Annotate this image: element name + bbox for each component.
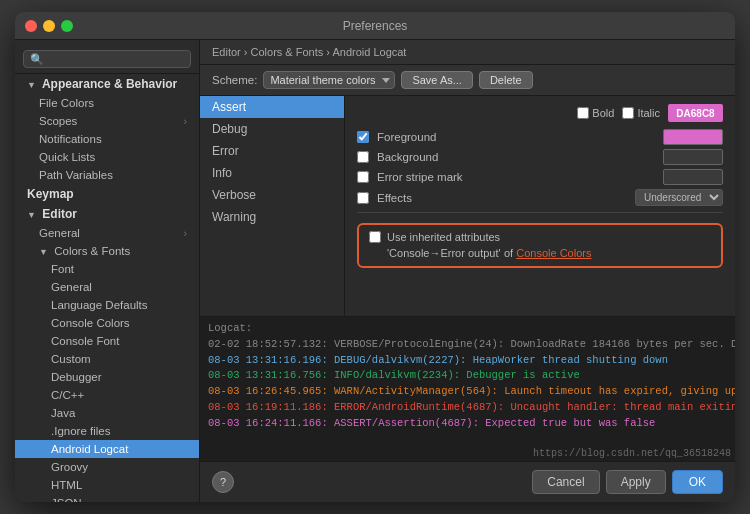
log-type-info[interactable]: Info	[200, 162, 344, 184]
bottom-bar: ? Cancel Apply OK	[200, 461, 735, 502]
foreground-label: Foreground	[377, 131, 655, 143]
sidebar-item-quick-lists[interactable]: Quick Lists	[15, 148, 199, 166]
inherited-attributes-box: Use inherited attributes 'Console→Error …	[357, 223, 723, 268]
color-hex: DA68C8	[676, 108, 714, 119]
color-value-display[interactable]: DA68C8	[668, 104, 723, 122]
collapse-icon-editor: ▼	[27, 210, 39, 220]
sidebar-item-console-colors[interactable]: Console Colors	[15, 314, 199, 332]
preview-line-error: 08-03 16:19:11.186: ERROR/AndroidRuntime…	[208, 400, 727, 416]
title-bar: Preferences	[15, 12, 735, 40]
italic-checkbox[interactable]	[622, 107, 634, 119]
sidebar-item-console-font[interactable]: Console Font	[15, 332, 199, 350]
close-button[interactable]	[25, 20, 37, 32]
of-label: of	[504, 247, 516, 259]
scheme-select[interactable]: Material theme colors	[263, 71, 395, 89]
sidebar-item-path-variables[interactable]: Path Variables	[15, 166, 199, 184]
breadcrumb: Editor › Colors & Fonts › Android Logcat	[200, 40, 735, 65]
sidebar-item-language-defaults[interactable]: Language Defaults	[15, 296, 199, 314]
error-stripe-row: Error stripe mark	[357, 169, 723, 185]
sidebar-item-colors-fonts[interactable]: ▼ Colors & Fonts	[15, 242, 199, 260]
background-label: Background	[377, 151, 655, 163]
maximize-button[interactable]	[61, 20, 73, 32]
sidebar-item-java[interactable]: Java	[15, 404, 199, 422]
background-color-box[interactable]	[663, 149, 723, 165]
bold-checkbox[interactable]	[577, 107, 589, 119]
error-stripe-color-box[interactable]	[663, 169, 723, 185]
scheme-label: Scheme:	[212, 74, 257, 86]
sidebar-item-cpp[interactable]: C/C++	[15, 386, 199, 404]
search-input[interactable]	[23, 50, 191, 68]
italic-checkbox-label: Italic	[622, 104, 660, 122]
save-as-button[interactable]: Save As...	[401, 71, 473, 89]
sidebar-item-notifications[interactable]: Notifications	[15, 130, 199, 148]
error-stripe-checkbox[interactable]	[357, 171, 369, 183]
bold-checkbox-label: Bold	[577, 104, 614, 122]
watermark: https://blog.csdn.net/qq_36518248	[533, 448, 731, 459]
use-inherited-row: Use inherited attributes	[369, 231, 711, 243]
divider	[357, 212, 723, 213]
preview-label: Logcat:	[208, 321, 727, 337]
content-area: Editor › Colors & Fonts › Android Logcat…	[200, 40, 735, 502]
delete-button[interactable]: Delete	[479, 71, 533, 89]
log-types-panel: Assert Debug Error Info Verbose Warning	[200, 96, 345, 316]
minimize-button[interactable]	[43, 20, 55, 32]
bold-label: Bold	[592, 107, 614, 119]
effects-checkbox[interactable]	[357, 192, 369, 204]
editor-panel: Assert Debug Error Info Verbose Warning …	[200, 96, 735, 316]
preview-line-warn: 08-03 16:26:45.965: WARN/ActivityManager…	[208, 384, 727, 400]
italic-label: Italic	[637, 107, 660, 119]
preferences-window: Preferences ▼ Appearance & Behavior File…	[15, 12, 735, 502]
attributes-panel: Bold Italic DA68C8 Foreground	[345, 96, 735, 316]
scheme-bar: Scheme: Material theme colors Save As...…	[200, 65, 735, 96]
sidebar-item-font[interactable]: Font	[15, 260, 199, 278]
sidebar-item-html[interactable]: HTML	[15, 476, 199, 494]
error-stripe-label: Error stripe mark	[377, 171, 655, 183]
window-title: Preferences	[343, 19, 408, 33]
search-bar	[15, 45, 199, 74]
sidebar-item-keymap[interactable]: Keymap	[15, 184, 199, 204]
preview-line-assert: 08-03 16:24:11.166: ASSERT/Assertion(468…	[208, 416, 727, 432]
sidebar-item-general-colors[interactable]: General	[15, 278, 199, 296]
log-type-verbose[interactable]: Verbose	[200, 184, 344, 206]
sidebar: ▼ Appearance & Behavior File Colors Scop…	[15, 40, 200, 502]
sidebar-item-file-colors[interactable]: File Colors	[15, 94, 199, 112]
console-output-label: 'Console→Error output'	[387, 247, 501, 259]
use-inherited-label: Use inherited attributes	[387, 231, 500, 243]
help-button[interactable]: ?	[212, 471, 234, 493]
sidebar-item-android-logcat[interactable]: Android Logcat	[15, 440, 199, 458]
foreground-checkbox[interactable]	[357, 131, 369, 143]
sidebar-item-debugger[interactable]: Debugger	[15, 368, 199, 386]
cancel-button[interactable]: Cancel	[532, 470, 599, 494]
background-checkbox[interactable]	[357, 151, 369, 163]
sidebar-item-ignore-files[interactable]: .Ignore files	[15, 422, 199, 440]
sidebar-item-general[interactable]: General	[15, 224, 199, 242]
traffic-lights	[25, 20, 73, 32]
sidebar-item-json[interactable]: JSON	[15, 494, 199, 502]
ok-button[interactable]: OK	[672, 470, 723, 494]
sidebar-item-custom[interactable]: Custom	[15, 350, 199, 368]
apply-button[interactable]: Apply	[606, 470, 666, 494]
underline-select[interactable]: Underscored	[635, 189, 723, 206]
main-layout: ▼ Appearance & Behavior File Colors Scop…	[15, 40, 735, 502]
collapse-icon: ▼	[27, 80, 39, 90]
foreground-row: Foreground	[357, 129, 723, 145]
sidebar-item-appearance[interactable]: ▼ Appearance & Behavior	[15, 74, 199, 94]
collapse-icon-colors: ▼	[39, 247, 51, 257]
sidebar-item-editor[interactable]: ▼ Editor	[15, 204, 199, 224]
log-type-error[interactable]: Error	[200, 140, 344, 162]
preview-line-verbose: 02-02 18:52:57.132: VERBOSE/ProtocolEngi…	[208, 337, 727, 353]
background-row: Background	[357, 149, 723, 165]
log-type-warning[interactable]: Warning	[200, 206, 344, 228]
effects-row: Effects Underscored	[357, 189, 723, 206]
console-colors-link[interactable]: Console Colors	[516, 247, 591, 259]
foreground-color-box[interactable]	[663, 129, 723, 145]
sidebar-item-groovy[interactable]: Groovy	[15, 458, 199, 476]
use-inherited-checkbox[interactable]	[369, 231, 381, 243]
effects-label: Effects	[377, 192, 627, 204]
log-type-debug[interactable]: Debug	[200, 118, 344, 140]
sidebar-item-scopes[interactable]: Scopes	[15, 112, 199, 130]
preview-area: Logcat: 02-02 18:52:57.132: VERBOSE/Prot…	[200, 316, 735, 461]
preview-line-info: 08-03 13:31:16.756: INFO/dalvikvm(2234):…	[208, 368, 727, 384]
preview-line-debug: 08-03 13:31:16.196: DEBUG/dalvikvm(2227)…	[208, 353, 727, 369]
log-type-assert[interactable]: Assert	[200, 96, 344, 118]
